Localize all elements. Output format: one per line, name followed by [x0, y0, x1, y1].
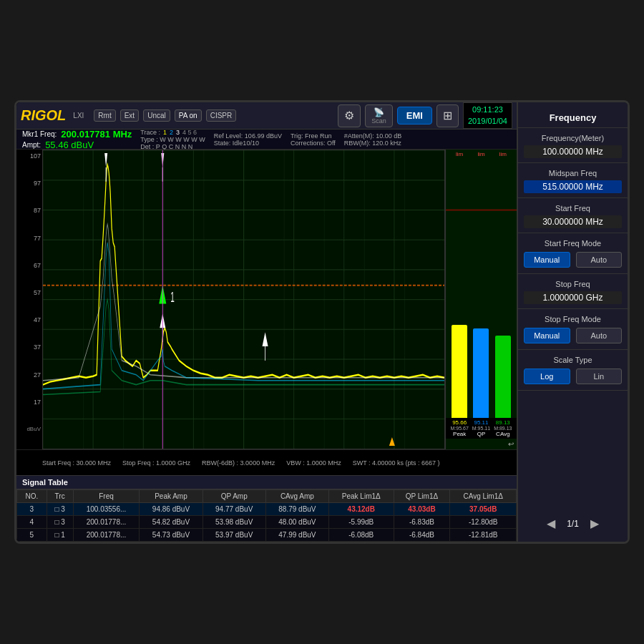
- y-label-47: 47: [34, 316, 41, 323]
- start-freq-mode-auto[interactable]: Auto: [576, 252, 623, 268]
- signal-table-area: Signal Table NO. Trc Freq Peak Amp QP Am…: [16, 475, 517, 542]
- rp-divider-4: [518, 273, 628, 274]
- cell-cavg-amp-4: 48.00 dBuV: [265, 516, 328, 529]
- scale-type-log[interactable]: Log: [524, 369, 570, 384]
- layout-button[interactable]: ⊞: [436, 104, 459, 127]
- y-label-57: 57: [34, 289, 41, 296]
- device-frame: RIGOL LXI Rmt Ext Uncal PA on CISPR ⚙ 📡 …: [14, 100, 630, 544]
- info-bar: Mkr1 Freq: 200.017781 MHz Ampt: 55.46 dB…: [16, 130, 517, 150]
- scan-icon: 📡: [374, 107, 384, 117]
- cell-cavg-amp-3: 88.79 dBuV: [265, 503, 328, 516]
- bar-lim-3: lim: [494, 151, 512, 157]
- rp-value-start-freq[interactable]: 30.000000 MHz: [524, 215, 622, 228]
- cell-no-3: 3: [17, 503, 47, 516]
- bar-val-qp: 95.11 M:95.11 QP: [472, 419, 490, 437]
- footer-vbw: VBW : 1.0000 MHz: [286, 459, 341, 467]
- signal-table-title: Signal Table: [16, 476, 517, 489]
- cell-qp-lim-4: -6.83dB: [394, 516, 450, 529]
- ref-info: Ref Level: 106.99 dBuV State: Idle10/10: [214, 132, 282, 147]
- table-row: 3 □ 3 100.03556... 94.86 dBuV 94.77 dBuV…: [17, 503, 517, 516]
- chart-container: 107 97 87 77 67 57 47 37 27 17 dBuV: [16, 150, 517, 449]
- scan-button[interactable]: 📡 Scan: [365, 104, 393, 127]
- rp-value-freq-meter[interactable]: 100.00000 MHz: [524, 145, 622, 158]
- table-row: 5 □ 1 200.01778... 54.73 dBuV 53.97 dBuV…: [17, 529, 517, 542]
- y-axis: 107 97 87 77 67 57 47 37 27 17 dBuV: [16, 150, 42, 449]
- footer-rbw: RBW(-6dB) : 3.0000 MHz: [202, 459, 275, 467]
- mkr-freq-label: Mkr1 Freq:: [22, 130, 57, 138]
- cell-peak-amp-3: 94.86 dBuV: [140, 503, 203, 516]
- rp-label-scale-type: Scale Type: [518, 353, 628, 366]
- trace-info: Trace : 1 2 3 4 5 6 Type : W W W W W W D…: [140, 129, 205, 150]
- col-freq: Freq: [73, 490, 140, 503]
- mkr1-label: 1: [170, 290, 175, 305]
- toolbar: RIGOL LXI Rmt Ext Uncal PA on CISPR ⚙ 📡 …: [16, 102, 517, 130]
- cell-trc-4: □ 3: [47, 516, 73, 529]
- col-peak-amp: Peak Amp: [140, 490, 203, 503]
- cell-qp-amp-3: 94.77 dBuV: [203, 503, 265, 516]
- cell-freq-5: 200.01778...: [73, 529, 140, 542]
- stop-freq-mode-manual[interactable]: Manual: [524, 328, 570, 343]
- footer-start-freq: Start Freq : 30.000 MHz: [42, 459, 111, 467]
- y-label-37: 37: [34, 343, 41, 351]
- cell-peak-amp-5: 54.73 dBuV: [140, 529, 203, 542]
- bar-peak: [452, 325, 467, 418]
- main-chart: 1: [42, 150, 445, 449]
- mkr-ampt-label: Ampt:: [22, 141, 41, 149]
- col-qp-lim: QP Lim1Δ: [394, 490, 450, 503]
- rp-divider-5: [518, 308, 628, 309]
- settings-button[interactable]: ⚙: [338, 104, 361, 127]
- cell-trc-5: □ 1: [47, 529, 73, 542]
- rp-value-midspan[interactable]: 515.00000 MHz: [524, 180, 622, 193]
- nav-next-button[interactable]: ▶: [590, 517, 599, 530]
- layout-icon: ⊞: [443, 109, 452, 122]
- cell-peak-lim-3: 43.12dB: [329, 503, 394, 516]
- bar-lim-2: lim: [472, 151, 490, 157]
- clock-time: 09:11:23: [468, 104, 507, 115]
- badge-ext: Ext: [120, 109, 139, 122]
- rp-value-stop-freq[interactable]: 1.0000000 GHz: [524, 291, 622, 304]
- cell-qp-amp-5: 53.97 dBuV: [203, 529, 265, 542]
- cell-qp-amp-4: 53.98 dBuV: [203, 516, 265, 529]
- trig-info: Trig: Free Run Corrections: Off: [291, 132, 336, 147]
- cell-cavg-amp-5: 47.99 dBuV: [265, 529, 328, 542]
- stop-freq-mode-auto[interactable]: Auto: [576, 328, 623, 343]
- bar-val-peak: 95.66 M:95.67 Peak: [451, 419, 469, 437]
- bar-val-cavg: 89.13 M:89.13 CAvg: [494, 419, 512, 437]
- y-label-77: 77: [34, 235, 41, 242]
- scale-type-lin[interactable]: Lin: [576, 369, 623, 384]
- logo-sub: LXI: [73, 112, 84, 119]
- rp-divider-7: [518, 390, 628, 391]
- y-label-27: 27: [34, 371, 41, 379]
- rp-label-freq-meter: Frequency(Meter): [518, 131, 628, 144]
- cell-qp-lim-3: 43.03dB: [394, 503, 450, 516]
- mkr-ampt-value: 55.46 dBuV: [45, 140, 94, 150]
- rp-label-midspan: Midspan Freq: [518, 166, 628, 179]
- rp-label-start-freq: Start Freq: [518, 201, 628, 214]
- footer-stop-freq: Stop Freq : 1.0000 GHz: [122, 459, 190, 467]
- clock-display: 09:11:23 2019/01/04: [463, 102, 512, 129]
- start-freq-mode-row: Manual Auto: [518, 249, 628, 270]
- chart-footer: Start Freq : 30.000 MHz Stop Freq : 1.00…: [16, 449, 517, 475]
- rp-divider-6: [518, 349, 628, 350]
- y-label-107: 107: [30, 152, 41, 160]
- rp-divider-1: [518, 162, 628, 163]
- logo: RIGOL: [21, 107, 66, 124]
- settings-icon: ⚙: [344, 109, 354, 122]
- cell-trc-3: □ 3: [47, 503, 73, 516]
- badge-rmt: Rmt: [94, 109, 115, 122]
- cell-peak-lim-4: -5.99dB: [329, 516, 394, 529]
- stop-freq-mode-row: Manual Auto: [518, 325, 628, 346]
- nav-page-indicator: 1/1: [567, 519, 579, 529]
- rp-title: Frequency: [518, 108, 628, 128]
- bar-qp: [473, 328, 489, 418]
- nav-prev-button[interactable]: ◀: [547, 517, 555, 530]
- col-cavg-amp: CAvg Amp: [265, 490, 328, 503]
- rp-nav: ◀ 1/1 ▶: [518, 511, 628, 536]
- start-freq-mode-manual[interactable]: Manual: [524, 252, 570, 268]
- limit-line: [446, 210, 517, 210]
- col-qp-amp: QP Amp: [203, 490, 265, 503]
- y-label-17: 17: [34, 399, 41, 406]
- emi-button[interactable]: EMI: [397, 107, 432, 125]
- cell-peak-lim-5: -6.08dB: [329, 529, 394, 542]
- right-panel: Frequency Frequency(Meter) 100.00000 MHz…: [517, 102, 628, 542]
